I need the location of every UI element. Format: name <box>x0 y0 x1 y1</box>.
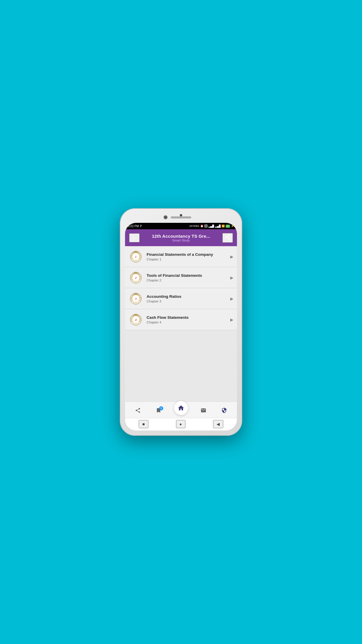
chapter-1-arrow: ▶ <box>230 254 233 259</box>
phone-camera <box>164 215 168 219</box>
chapter-1-sub: Chapter 1 <box>147 258 229 261</box>
bottom-nav: 5 <box>125 402 237 418</box>
chapter-item-1[interactable]: 1 Financial Statements of a Company Chap… <box>125 246 237 267</box>
status-signal-icon: ▂▄█ <box>208 225 214 228</box>
status-signal2-icon: ▂▄█ <box>215 225 221 228</box>
chapter-badge-2: 2 <box>129 270 143 285</box>
header-subtitle: Smart Study <box>140 239 222 242</box>
status-bolt-icon: ⚡ <box>231 225 234 228</box>
bookmark-badge: 5 <box>159 406 163 410</box>
chapter-3-sub: Chapter 3 <box>147 300 229 303</box>
android-back-button[interactable]: ◀ <box>213 420 223 428</box>
app-header: ← 12th Accountancy TS Gre... Smart Study <box>125 229 237 246</box>
android-circle-button[interactable]: ● <box>176 420 185 428</box>
chapter-list: 1 Financial Statements of a Company Chap… <box>125 246 237 402</box>
status-battery: 48 <box>226 225 230 228</box>
home-icon <box>178 405 184 412</box>
chapter-4-arrow: ▶ <box>230 317 233 322</box>
share-nav-button[interactable] <box>133 406 143 414</box>
share-nav-icon <box>135 407 141 413</box>
status-data-icon: 🔳 <box>204 225 208 228</box>
status-time: 8:02 PM <box>128 225 139 228</box>
chapter-4-title: Cash Flow Statements <box>147 315 229 320</box>
chapter-3-title: Accounting Ratios <box>147 294 229 299</box>
header-title-block: 12th Accountancy TS Gre... Smart Study <box>140 234 222 242</box>
chapter-2-title: Tools of Financial Statements <box>147 273 229 278</box>
chapter-item-2[interactable]: 2 Tools of Financial Statements Chapter … <box>125 267 237 288</box>
home-nav-button[interactable] <box>174 401 188 415</box>
chapter-4-sub: Chapter 4 <box>147 321 229 324</box>
share-button[interactable] <box>222 233 233 243</box>
android-nav: ■ ● ◀ <box>125 418 237 430</box>
phone-dot <box>180 214 182 216</box>
bookmark-nav-button[interactable]: 5 <box>153 406 164 414</box>
status-speed: 257KB/s <box>189 225 199 228</box>
shield-icon <box>221 407 227 413</box>
share-icon <box>225 234 231 240</box>
chapter-1-title: Financial Statements of a Company <box>147 252 229 257</box>
info-nav-button[interactable] <box>219 406 229 414</box>
chapter-1-info: Financial Statements of a Company Chapte… <box>147 252 229 261</box>
chapter-badge-4: 4 <box>129 312 143 327</box>
svg-text:3: 3 <box>135 297 137 300</box>
chapter-badge-3: 3 <box>129 291 143 306</box>
phone-shell: 8:02 PM P 257KB/s ⏰ 🔳 ▂▄█ ▂▄█ 📶 48 ⚡ ← 1… <box>120 208 242 436</box>
chapter-badge-1: 1 <box>129 249 143 264</box>
back-button[interactable]: ← <box>129 233 140 242</box>
header-title: 12th Accountancy TS Gre... <box>140 234 222 239</box>
status-bar: 8:02 PM P 257KB/s ⏰ 🔳 ▂▄█ ▂▄█ 📶 48 ⚡ <box>125 223 237 229</box>
chapter-item-4[interactable]: 4 Cash Flow Statements Chapter 4 ▶ <box>125 309 237 330</box>
chapter-2-sub: Chapter 2 <box>147 279 229 282</box>
svg-text:1: 1 <box>135 255 137 258</box>
mail-nav-button[interactable] <box>198 406 209 414</box>
chapter-3-info: Accounting Ratios Chapter 3 <box>147 294 229 303</box>
chapter-4-info: Cash Flow Statements Chapter 4 <box>147 315 229 324</box>
status-carrier: P <box>140 225 142 228</box>
chapter-2-info: Tools of Financial Statements Chapter 2 <box>147 273 229 282</box>
chapter-item-3[interactable]: 3 Accounting Ratios Chapter 3 ▶ <box>125 288 237 309</box>
status-wifi-icon: 📶 <box>222 225 225 228</box>
svg-text:4: 4 <box>135 318 137 321</box>
chapter-2-arrow: ▶ <box>230 275 233 280</box>
chapter-3-arrow: ▶ <box>230 296 233 301</box>
svg-text:2: 2 <box>135 276 137 279</box>
phone-speaker <box>171 216 191 218</box>
phone-screen: 8:02 PM P 257KB/s ⏰ 🔳 ▂▄█ ▂▄█ 📶 48 ⚡ ← 1… <box>125 223 237 430</box>
mail-icon <box>201 407 206 413</box>
android-square-button[interactable]: ■ <box>139 420 148 428</box>
status-alarm-icon: ⏰ <box>200 225 203 228</box>
